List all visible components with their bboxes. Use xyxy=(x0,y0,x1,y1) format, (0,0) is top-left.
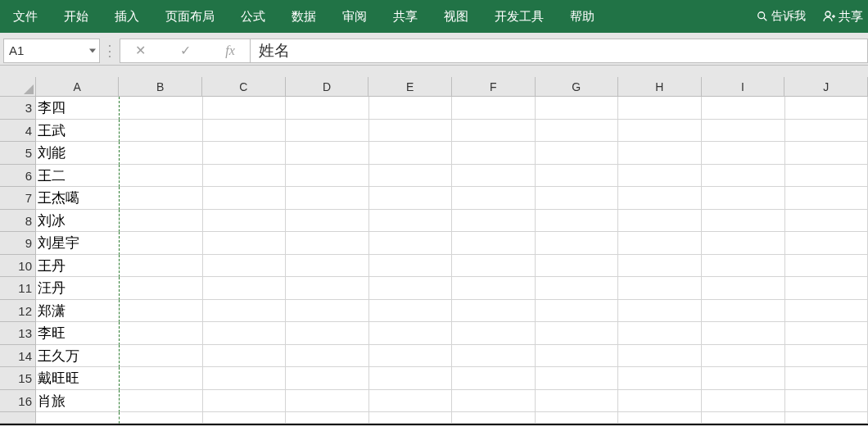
cell[interactable] xyxy=(536,187,619,209)
formula-input[interactable]: 姓名 xyxy=(251,39,868,63)
cell[interactable] xyxy=(785,187,869,209)
cell[interactable] xyxy=(286,232,369,254)
cell[interactable] xyxy=(702,142,785,164)
column-header[interactable]: H xyxy=(618,77,702,96)
cell[interactable] xyxy=(536,120,619,142)
cell[interactable] xyxy=(120,187,203,209)
cell[interactable] xyxy=(452,255,536,277)
cell[interactable] xyxy=(286,120,369,142)
ribbon-tab[interactable]: 文件 xyxy=(0,0,51,33)
cell[interactable] xyxy=(203,367,287,389)
cell[interactable] xyxy=(452,322,536,344)
cell[interactable] xyxy=(702,322,785,344)
column-header[interactable]: B xyxy=(119,77,202,96)
ribbon-tab[interactable]: 共享 xyxy=(380,0,431,33)
row-header[interactable]: 4 xyxy=(0,120,36,143)
share-contact[interactable]: 共享 xyxy=(814,9,868,25)
cell[interactable] xyxy=(286,210,369,232)
cell[interactable] xyxy=(203,187,287,209)
cell[interactable] xyxy=(618,210,702,232)
row-header[interactable]: 8 xyxy=(0,210,36,233)
cell[interactable] xyxy=(536,165,619,187)
cell[interactable]: 王杰噶 xyxy=(36,187,120,210)
cell[interactable] xyxy=(536,367,619,389)
row-header[interactable]: 7 xyxy=(0,187,36,210)
cell[interactable] xyxy=(452,345,536,367)
cell[interactable] xyxy=(618,120,702,142)
cell[interactable] xyxy=(618,255,702,277)
cell[interactable] xyxy=(369,345,453,367)
cell[interactable] xyxy=(452,412,536,423)
cell[interactable]: 刘冰 xyxy=(36,210,120,233)
cell[interactable] xyxy=(702,277,785,299)
row-header[interactable]: 11 xyxy=(0,277,36,300)
column-header[interactable]: D xyxy=(286,77,369,96)
row-header[interactable]: 10 xyxy=(0,255,36,278)
row-header[interactable] xyxy=(0,412,36,424)
cell[interactable] xyxy=(120,277,203,299)
cell[interactable] xyxy=(536,345,619,367)
cell[interactable] xyxy=(702,345,785,367)
cell[interactable]: 郑潇 xyxy=(36,300,120,323)
fx-icon[interactable]: fx xyxy=(225,43,235,58)
name-box[interactable]: A1 xyxy=(3,39,100,63)
confirm-icon[interactable]: ✓ xyxy=(180,43,191,58)
ribbon-tab[interactable]: 视图 xyxy=(431,0,481,33)
column-header[interactable]: F xyxy=(452,77,536,96)
cell[interactable] xyxy=(286,412,369,423)
cell[interactable] xyxy=(369,367,453,389)
cell[interactable] xyxy=(618,232,702,254)
cell[interactable] xyxy=(286,345,369,367)
cell[interactable] xyxy=(536,322,619,344)
row-header[interactable]: 6 xyxy=(0,165,36,188)
cell[interactable] xyxy=(452,165,536,187)
cell[interactable] xyxy=(785,232,869,254)
cell[interactable] xyxy=(120,390,203,412)
cell[interactable] xyxy=(203,345,287,367)
cell[interactable] xyxy=(203,300,287,322)
cell[interactable] xyxy=(618,165,702,187)
cell[interactable] xyxy=(785,277,869,299)
cell[interactable] xyxy=(369,322,453,344)
cell[interactable] xyxy=(120,210,203,232)
cell[interactable] xyxy=(203,255,287,277)
cell[interactable] xyxy=(618,277,702,299)
cell[interactable] xyxy=(203,120,287,142)
cell[interactable] xyxy=(120,412,203,423)
cell[interactable] xyxy=(618,345,702,367)
cell[interactable] xyxy=(120,142,203,164)
chevron-down-icon[interactable] xyxy=(89,48,96,52)
cell[interactable] xyxy=(286,255,369,277)
cell[interactable] xyxy=(618,187,702,209)
cell[interactable]: 王二 xyxy=(36,165,120,188)
cell[interactable] xyxy=(536,232,619,254)
cell[interactable] xyxy=(120,367,203,389)
column-header[interactable]: J xyxy=(784,77,868,96)
cell[interactable] xyxy=(618,390,702,412)
cell[interactable] xyxy=(785,367,869,389)
cell[interactable] xyxy=(785,412,869,423)
cell[interactable] xyxy=(369,187,453,209)
cell[interactable] xyxy=(618,97,702,119)
cell[interactable] xyxy=(785,322,869,344)
cell[interactable] xyxy=(203,390,287,412)
ribbon-tab[interactable]: 审阅 xyxy=(329,0,380,33)
cell[interactable] xyxy=(452,97,536,119)
ribbon-tab[interactable]: 插入 xyxy=(102,0,152,33)
row-header[interactable]: 9 xyxy=(0,232,36,255)
cell[interactable] xyxy=(702,367,785,389)
cell[interactable] xyxy=(369,210,453,232)
ribbon-tab[interactable]: 开发工具 xyxy=(481,0,557,33)
cell[interactable] xyxy=(203,142,287,164)
ribbon-tab[interactable]: 开始 xyxy=(51,0,102,33)
cell[interactable] xyxy=(536,255,619,277)
column-header[interactable]: C xyxy=(202,77,286,96)
cell[interactable] xyxy=(785,120,869,142)
cell[interactable] xyxy=(452,187,536,209)
cancel-icon[interactable]: ✕ xyxy=(135,43,146,58)
cell[interactable] xyxy=(203,277,287,299)
cell[interactable] xyxy=(702,412,785,423)
row-header[interactable]: 13 xyxy=(0,322,36,345)
cell[interactable]: 李四 xyxy=(36,97,120,120)
cell[interactable] xyxy=(618,322,702,344)
